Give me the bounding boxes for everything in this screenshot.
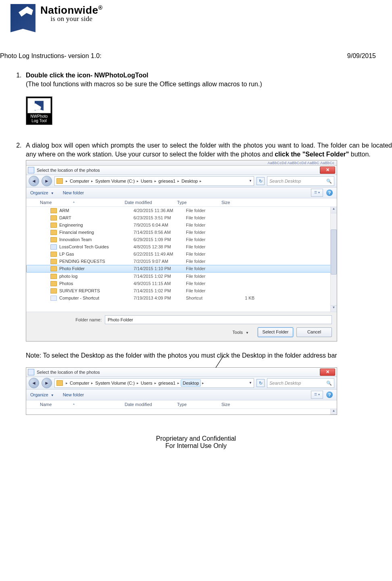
file-row[interactable]: LP Gas6/22/2015 11:49 AMFile folder bbox=[26, 250, 337, 258]
file-list[interactable]: ARM4/20/2015 11:36 AMFile folderDART6/23… bbox=[26, 207, 337, 312]
dialog-icon bbox=[28, 369, 34, 375]
column-headers[interactable]: Name ▴ Date modified Type Size bbox=[26, 198, 337, 207]
file-type: File folder bbox=[186, 251, 230, 257]
doc-title: Photo Log Instructions- version 1.0: bbox=[0, 52, 102, 60]
file-row[interactable]: Computer - Shortcut7/19/2013 4:09 PMShor… bbox=[26, 294, 337, 302]
nav-forward-button[interactable]: ► bbox=[42, 176, 52, 186]
cancel-button[interactable]: Cancel bbox=[296, 327, 332, 337]
file-type: File folder bbox=[186, 281, 230, 287]
file-type: File folder bbox=[186, 244, 230, 250]
search-input[interactable]: Search Desktop 🔍 bbox=[267, 176, 334, 186]
file-name: Engineering bbox=[59, 222, 133, 228]
tools-menu[interactable]: Tools ▼ bbox=[232, 329, 249, 335]
file-row[interactable]: Photo Folder7/14/2015 1:10 PMFile folder bbox=[26, 265, 337, 273]
file-type: File folder bbox=[186, 237, 230, 243]
breadcrumb[interactable]: ▸ Computer▸ System Volume (C:)▸ Users▸ g… bbox=[54, 378, 254, 388]
view-options-button[interactable]: ☰ ▾ bbox=[311, 391, 323, 399]
step-2: A dialog box will open which prompts the… bbox=[23, 141, 392, 415]
file-date: 7/9/2015 6:04 AM bbox=[133, 222, 186, 228]
file-date: 6/22/2015 11:49 AM bbox=[133, 251, 186, 257]
file-row[interactable]: ARM4/20/2015 11:36 AMFile folder bbox=[26, 207, 337, 214]
organize-menu[interactable]: Organize ▼ bbox=[30, 392, 54, 398]
dialog-icon bbox=[28, 167, 34, 173]
breadcrumb-desktop-highlighted[interactable]: Desktop bbox=[181, 379, 201, 387]
file-date: 4/20/2015 11:36 AM bbox=[133, 208, 186, 214]
folder-icon bbox=[50, 244, 57, 250]
folder-icon bbox=[50, 223, 57, 228]
file-date: 7/14/2015 1:10 PM bbox=[133, 266, 186, 272]
folder-icon bbox=[50, 252, 57, 257]
brand-logo-block: Nationwide® is on your side bbox=[0, 4, 392, 32]
file-date: 7/2/2015 9:07 AM bbox=[133, 258, 186, 264]
folder-icon bbox=[50, 208, 57, 213]
nav-back-button[interactable]: ◄ bbox=[29, 176, 39, 186]
file-date: 6/23/2015 3:51 PM bbox=[133, 215, 186, 221]
doc-date: 9/09/2015 bbox=[347, 52, 376, 60]
file-row[interactable]: SURVEY REPORTS7/14/2015 1:02 PMFile fold… bbox=[26, 287, 337, 294]
folder-icon bbox=[50, 266, 57, 271]
file-row[interactable]: Engineering7/9/2015 6:04 AMFile folder bbox=[26, 221, 337, 229]
file-row[interactable]: Financial meeting7/14/2015 8:56 AMFile f… bbox=[26, 229, 337, 236]
folder-name-input[interactable]: Photo Folder bbox=[105, 315, 332, 324]
file-date: 7/14/2015 1:02 PM bbox=[133, 288, 186, 294]
file-row[interactable]: Photos4/9/2015 11:15 AMFile folder bbox=[26, 280, 337, 287]
file-name: Innovation Team bbox=[59, 237, 133, 243]
nav-forward-button[interactable]: ► bbox=[42, 378, 52, 388]
file-row[interactable]: DART6/23/2015 3:51 PMFile folder bbox=[26, 214, 337, 221]
new-folder-button[interactable]: New folder bbox=[63, 392, 84, 398]
file-type: File folder bbox=[186, 258, 230, 264]
file-type: File folder bbox=[186, 273, 230, 279]
scroll-up-icon[interactable]: ▲ bbox=[331, 207, 337, 213]
brand-tagline: is on your side bbox=[40, 15, 103, 23]
file-date: 7/19/2013 4:09 PM bbox=[133, 295, 186, 301]
scrollbar[interactable]: ▲ bbox=[330, 409, 337, 414]
step-1: Double click the icon- NWPhotoLogTool (T… bbox=[23, 71, 392, 125]
file-date: 4/9/2015 11:15 AM bbox=[133, 281, 186, 287]
scroll-up-icon[interactable]: ▲ bbox=[331, 409, 337, 414]
folder-icon bbox=[50, 230, 57, 235]
file-type: File folder bbox=[186, 229, 230, 235]
folder-icon bbox=[56, 380, 63, 386]
help-button[interactable]: ? bbox=[326, 391, 333, 398]
word-styles-strip: AaBbCcDd AaBbCcDd AaBbC AaBbCc bbox=[26, 160, 337, 166]
dialog-title: Select the location of the photos bbox=[37, 369, 320, 375]
file-name: DART bbox=[59, 215, 133, 221]
folder-icon bbox=[50, 281, 57, 286]
search-icon: 🔍 bbox=[326, 380, 332, 386]
breadcrumb[interactable]: ▸ Computer▸ System Volume (C:)▸ Users▸ g… bbox=[54, 176, 254, 186]
step1-heading: Double click the icon- NWPhotoLogTool bbox=[26, 72, 148, 79]
file-row[interactable]: LossControl Tech Guides4/8/2015 12:38 PM… bbox=[26, 243, 337, 250]
nav-back-button[interactable]: ◄ bbox=[29, 378, 39, 388]
select-folder-button[interactable]: Select Folder bbox=[258, 327, 293, 337]
scroll-down-icon[interactable]: ▼ bbox=[331, 305, 337, 312]
file-dialog: AaBbCcDd AaBbCcDd AaBbC AaBbCc Select th… bbox=[26, 160, 337, 342]
new-folder-button[interactable]: New folder bbox=[63, 190, 84, 196]
file-name: ARM bbox=[59, 208, 133, 214]
close-button[interactable]: ✕ bbox=[320, 369, 335, 376]
file-name: Photo Folder bbox=[59, 266, 133, 272]
organize-menu[interactable]: Organize ▼ bbox=[30, 190, 54, 196]
search-icon: 🔍 bbox=[326, 178, 332, 184]
file-name: PENDING REQUESTS bbox=[59, 258, 133, 264]
file-row[interactable]: Innovation Team6/29/2015 1:09 PMFile fol… bbox=[26, 236, 337, 243]
file-type: Shortcut bbox=[186, 295, 230, 301]
file-type: File folder bbox=[186, 288, 230, 294]
close-button[interactable]: ✕ bbox=[320, 167, 335, 174]
refresh-button[interactable]: ↻ bbox=[256, 177, 265, 185]
file-name: LossControl Tech Guides bbox=[59, 244, 133, 250]
file-type: File folder bbox=[186, 215, 230, 221]
file-name: Photos bbox=[59, 281, 133, 287]
column-headers[interactable]: Name ▴ Date modified Type Size bbox=[26, 400, 337, 409]
file-row[interactable]: PENDING REQUESTS7/2/2015 9:07 AMFile fol… bbox=[26, 258, 337, 265]
view-options-button[interactable]: ☰ ▾ bbox=[311, 189, 323, 197]
file-size: 1 KB bbox=[230, 295, 254, 301]
search-input[interactable]: Search Desktop 🔍 bbox=[267, 378, 334, 388]
footer: Proprietary and Confidential For Interna… bbox=[0, 435, 392, 458]
file-date: 4/8/2015 12:38 PM bbox=[133, 244, 186, 250]
eagle-icon bbox=[10, 4, 35, 32]
refresh-button[interactable]: ↻ bbox=[256, 379, 265, 387]
scrollbar[interactable]: ▲ ▼ bbox=[330, 207, 337, 312]
help-button[interactable]: ? bbox=[326, 190, 333, 196]
file-row[interactable]: photo log7/14/2015 1:02 PMFile folder bbox=[26, 273, 337, 280]
eagle-icon bbox=[35, 101, 44, 110]
